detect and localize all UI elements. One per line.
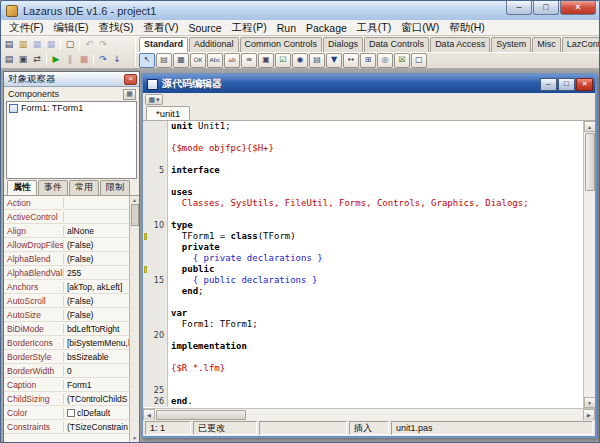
property-row[interactable]: AlphaBlend(False) xyxy=(4,252,129,266)
code-text[interactable]: unit Unit1; xyxy=(168,121,583,132)
palette-tab-lazcontrols[interactable]: LazControls xyxy=(562,37,599,52)
palette-tab-data-access[interactable]: Data Access xyxy=(430,37,490,52)
new-form-button[interactable]: ▢ xyxy=(63,38,77,52)
property-value[interactable]: 0 xyxy=(64,366,129,376)
menu-item-project[interactable]: 工程(P) xyxy=(227,20,272,36)
component-tedit[interactable]: ab xyxy=(224,53,240,68)
property-row[interactable]: BiDiModebdLeftToRight xyxy=(4,322,129,336)
component-tlistbox[interactable]: ▤ xyxy=(309,53,325,68)
menu-item-source[interactable]: Source xyxy=(183,21,226,35)
gutter-cell[interactable]: 10 xyxy=(143,220,168,231)
run-button[interactable]: ▶ xyxy=(49,53,63,67)
code-text[interactable]: Form1: TForm1; xyxy=(168,319,583,330)
code-text[interactable]: { public declarations } xyxy=(168,275,583,286)
editor-vertical-scrollbar[interactable]: ▲ ▼ xyxy=(583,121,595,408)
gutter-cell[interactable] xyxy=(143,231,168,242)
code-text[interactable] xyxy=(168,132,583,143)
components-options-button[interactable]: ▦ xyxy=(123,89,136,100)
property-value[interactable]: (False) xyxy=(64,254,129,264)
component-tradiogroup[interactable]: ◎ xyxy=(377,53,393,68)
scroll-up-button[interactable]: ▲ xyxy=(584,121,596,132)
code-text[interactable]: end. xyxy=(168,396,583,407)
property-row[interactable]: AlphaBlendValu255 xyxy=(4,266,129,280)
scroll-down-button[interactable]: ▼ xyxy=(584,397,596,408)
component-tscrollbar[interactable]: ↔ xyxy=(343,53,359,68)
gutter-cell[interactable] xyxy=(143,154,168,165)
gutter-cell[interactable] xyxy=(143,363,168,374)
gutter-cell[interactable] xyxy=(143,253,168,264)
component-tgroupbox[interactable]: ⊞ xyxy=(360,53,376,68)
gutter-cell[interactable]: 26 xyxy=(143,396,168,407)
code-area[interactable]: unit Unit1;{$mode objfpc}{$H+}5interface… xyxy=(143,121,583,408)
property-value[interactable]: 255 xyxy=(64,268,129,278)
property-row[interactable]: ChildSizing(TControlChildS xyxy=(4,392,129,406)
code-text[interactable]: interface xyxy=(168,165,583,176)
editor-maximize-button[interactable]: □ xyxy=(558,78,575,91)
palette-tab-standard[interactable]: Standard xyxy=(139,37,188,52)
step-into-button[interactable]: ↓ xyxy=(110,53,124,67)
component-tlabel[interactable]: Abc xyxy=(207,53,223,68)
code-text[interactable] xyxy=(168,374,583,385)
component-tradiobutton[interactable]: ◉ xyxy=(292,53,308,68)
menu-item-file[interactable]: 文件(F) xyxy=(4,20,48,36)
gutter-cell[interactable] xyxy=(143,121,168,132)
scrollbar-thumb[interactable] xyxy=(156,410,246,420)
property-row[interactable]: BorderStylebsSizeable xyxy=(4,350,129,364)
object-inspector-header[interactable]: 对象观察器 × xyxy=(4,72,139,87)
property-row[interactable]: CaptionForm1 xyxy=(4,378,129,392)
palette-tab-additional[interactable]: Additional xyxy=(189,37,239,52)
palette-tab-dialogs[interactable]: Dialogs xyxy=(323,37,363,52)
property-value[interactable]: [akTop, akLeft] xyxy=(64,282,129,292)
code-text[interactable]: { private declarations } xyxy=(168,253,583,264)
gutter-cell[interactable] xyxy=(143,308,168,319)
code-text[interactable]: private xyxy=(168,242,583,253)
palette-tab-misc[interactable]: Misc xyxy=(532,37,561,52)
gutter-cell[interactable]: 15 xyxy=(143,275,168,286)
component-tcombobox[interactable]: ▼ xyxy=(326,53,342,68)
gutter-cell[interactable] xyxy=(143,143,168,154)
inspector-tab-events[interactable]: 事件 xyxy=(38,180,68,195)
object-inspector-close-button[interactable]: × xyxy=(124,74,137,85)
undo-button[interactable]: ↶ xyxy=(82,38,96,52)
property-row[interactable]: ActiveControl xyxy=(4,210,129,224)
property-value[interactable]: (False) xyxy=(64,296,129,306)
property-row[interactable]: AutoScroll(False) xyxy=(4,294,129,308)
inspector-tab-favorites[interactable]: 常用 xyxy=(69,180,99,195)
component-select-tool[interactable]: ↖ xyxy=(139,53,155,68)
gutter-cell[interactable] xyxy=(143,286,168,297)
code-text[interactable]: type xyxy=(168,220,583,231)
property-value[interactable]: (TSizeConstrain xyxy=(64,422,129,432)
tab-unit1[interactable]: *unit1 xyxy=(146,106,190,121)
property-value[interactable]: [biSystemMenu,b xyxy=(64,338,129,348)
property-value[interactable]: (False) xyxy=(64,240,129,250)
scrollbar-thumb[interactable] xyxy=(585,133,595,191)
gutter-cell[interactable]: 20 xyxy=(143,330,168,341)
palette-tab-data-controls[interactable]: Data Controls xyxy=(364,37,429,52)
scroll-left-button[interactable]: ◀ xyxy=(143,409,155,421)
code-text[interactable]: var xyxy=(168,308,583,319)
close-button[interactable]: × xyxy=(560,1,596,15)
tab-list-button[interactable]: ▦ ▾ xyxy=(145,94,163,105)
property-value[interactable]: Form1 xyxy=(64,380,129,390)
property-row[interactable]: Action xyxy=(4,196,129,210)
gutter-cell[interactable]: 5 xyxy=(143,165,168,176)
source-editor-titlebar[interactable]: 源代码编辑器 – □ × xyxy=(143,75,595,93)
property-row[interactable]: Constraints(TSizeConstrain xyxy=(4,420,129,434)
step-over-button[interactable]: ↷ xyxy=(96,53,110,67)
property-value[interactable]: (False) xyxy=(64,310,129,320)
stop-button[interactable]: ■ xyxy=(77,53,91,67)
code-text[interactable]: {$R *.lfm} xyxy=(168,363,583,374)
menu-item-window[interactable]: 窗口(W) xyxy=(396,20,444,36)
code-text[interactable]: TForm1 = class(TForm) xyxy=(168,231,583,242)
property-value[interactable]: alNone xyxy=(64,226,129,236)
gutter-cell[interactable] xyxy=(143,132,168,143)
code-text[interactable] xyxy=(168,154,583,165)
redo-button[interactable]: ↷ xyxy=(96,38,110,52)
gutter-cell[interactable] xyxy=(143,341,168,352)
gutter-cell[interactable] xyxy=(143,319,168,330)
save-all-button[interactable]: ▦ xyxy=(44,38,58,52)
inspector-tab-properties[interactable]: 属性 xyxy=(7,180,37,195)
view-units-button[interactable]: ▤ xyxy=(2,53,16,67)
view-forms-button[interactable]: ▣ xyxy=(16,53,30,67)
menu-item-tools[interactable]: 工具(T) xyxy=(352,20,396,36)
